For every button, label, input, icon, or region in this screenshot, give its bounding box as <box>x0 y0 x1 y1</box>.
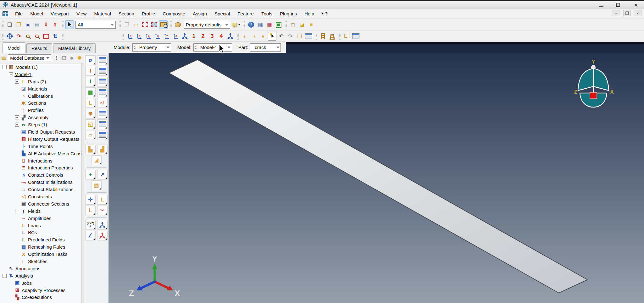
user-view-3-button[interactable]: 3 <box>208 32 216 41</box>
special-block-arrow-button[interactable]: ▟ <box>97 145 108 154</box>
render-hidden-line-button[interactable]: ◪ <box>298 20 306 29</box>
tree-item-assembly[interactable]: +▞Assembly <box>0 114 81 121</box>
menu-help[interactable]: Help <box>301 10 318 18</box>
module-spinner[interactable]: ▲▼ <box>133 44 137 51</box>
tree-item-annotations[interactable]: ↖Annotations <box>0 265 81 272</box>
toolbar-grip[interactable] <box>170 21 172 28</box>
csys-tripod-red-button[interactable] <box>97 231 108 240</box>
tree-item-steps-1[interactable]: +∾Steps (1) <box>0 121 81 128</box>
collapse-icon[interactable]: − <box>9 72 13 76</box>
menu-feature[interactable]: Feature <box>234 10 258 18</box>
pan-region-dashed-button[interactable] <box>150 20 158 29</box>
render-box-button[interactable]: ▱ <box>132 20 140 29</box>
edit-feature-button[interactable]: ✛ <box>85 195 96 205</box>
tree-item-history-output-requests[interactable]: ▥History Output Requests <box>0 135 81 143</box>
special-block-dots-button[interactable]: ▙ <box>85 145 96 154</box>
window-close-icon[interactable]: × <box>633 2 640 8</box>
tree-item-predefined-fields[interactable]: LPredefined Fields <box>0 236 81 243</box>
vertex-grid-tool-button[interactable]: ▦ <box>91 180 102 190</box>
stringer-manager-button[interactable] <box>97 130 108 140</box>
render-shaded-button[interactable]: ■ <box>307 20 315 29</box>
rebar-orientation-manager-button[interactable] <box>97 109 108 118</box>
beam-part-geometry[interactable] <box>109 53 644 303</box>
assign-beam-orientation-button[interactable]: L <box>85 98 96 108</box>
toolbar-grip[interactable] <box>62 21 64 28</box>
context-help-icon[interactable]: ? <box>321 11 328 16</box>
tree-item-interaction-properties[interactable]: ΞInteraction Properties <box>0 164 81 171</box>
paste-disabled-button[interactable]: ❒ <box>123 20 131 29</box>
zoom-box-view-button[interactable] <box>33 32 41 41</box>
rotate-view-button[interactable]: ↷ <box>14 32 23 41</box>
partition-face-button[interactable]: L <box>85 206 96 215</box>
apply-top-view-button[interactable]: Z <box>144 32 153 41</box>
model-combo[interactable]: ▲▼ Model-1 <box>193 43 232 52</box>
assign-section-button[interactable]: I <box>85 77 96 86</box>
apply-front-view-button[interactable]: X <box>126 32 134 41</box>
module-combo[interactable]: ▲▼ Property <box>132 43 171 52</box>
toolbar-grip[interactable] <box>286 21 287 28</box>
select-cursor-button[interactable] <box>65 20 74 29</box>
menu-viewport[interactable]: Viewport <box>47 10 73 18</box>
tree-item-contact-initializations[interactable]: ↝Contact Initializations <box>0 179 81 186</box>
toolbar-grip[interactable] <box>123 33 124 40</box>
cycle-views-button[interactable]: ⇅ <box>51 32 59 41</box>
expand-icon[interactable]: + <box>15 115 19 119</box>
apply-right-view-button[interactable]: Z <box>171 32 180 41</box>
dashed-cube-display-button[interactable]: ▩ <box>265 20 274 29</box>
color-cube-dropdown-button[interactable]: ▧ <box>232 20 241 29</box>
tree-context-chevron-icon[interactable] <box>45 57 50 59</box>
viewport-canvas[interactable]: Y X Z Y X Z <box>109 53 644 303</box>
toolbar-grip[interactable] <box>2 33 3 40</box>
mesh-cube-display-button[interactable]: ▦ <box>256 20 264 29</box>
tree-item-time-points[interactable]: ╟Time Points <box>0 143 81 150</box>
collapse-all-icon[interactable]: ❐ <box>61 54 67 62</box>
toolbar-grip[interactable] <box>316 33 317 40</box>
tree-item-constraints[interactable]: ◁Constraints <box>0 193 81 200</box>
create-composite-layup-button[interactable]: ▆ <box>85 87 96 97</box>
tree-scrollbar[interactable] <box>81 63 84 303</box>
window-minimize-icon[interactable] <box>599 4 603 7</box>
menu-file[interactable]: File <box>11 10 26 18</box>
create-skin-button[interactable]: ◱ <box>85 119 96 129</box>
copy-objects-button[interactable]: ❏ <box>295 32 304 41</box>
render-wireframe-button[interactable]: □ <box>289 20 297 29</box>
tree-item-sketches[interactable]: ∟Sketches <box>0 258 81 265</box>
tree-item-materials[interactable]: ◪Materials <box>0 85 81 92</box>
user-view-4-button[interactable]: 4 <box>217 32 225 41</box>
menu-assign[interactable]: Assign <box>189 10 211 18</box>
redo-button[interactable]: ↷ <box>286 32 295 41</box>
csys-tripod-blue-button[interactable] <box>97 220 108 230</box>
create-section-button[interactable]: I <box>85 66 96 76</box>
query-pick-button[interactable] <box>268 32 276 41</box>
section-manager-button[interactable] <box>97 66 108 76</box>
expand-icon[interactable]: + <box>15 123 19 127</box>
selection-filter-combo[interactable]: All <box>75 21 116 29</box>
tree-item-models-1[interactable]: −▥Models (1) <box>0 63 81 71</box>
query-information-button[interactable]: i <box>247 20 255 29</box>
assign-rebar-orientation-button[interactable]: ⊕ <box>85 109 96 118</box>
open-file-button[interactable]: ❐ <box>14 20 23 29</box>
menu-special[interactable]: Special <box>211 10 234 18</box>
view-cut-manager-dialog-button[interactable] <box>352 32 360 41</box>
tree-item-calibrations[interactable]: ◔Calibrations <box>0 92 81 100</box>
print-button[interactable]: ▤ <box>33 20 41 29</box>
part-chevron-icon[interactable] <box>275 44 280 51</box>
tree-item-fields[interactable]: +ƒFields <box>0 207 81 215</box>
color-code-palette-button[interactable] <box>174 20 182 29</box>
window-restore-icon[interactable] <box>616 3 620 7</box>
display-group-either-button[interactable]: ● <box>259 32 267 41</box>
new-model-database-button[interactable]: ❏ <box>5 20 14 29</box>
toolbar-grip[interactable] <box>119 21 121 28</box>
lightbulb-icon[interactable]: ✺ <box>76 54 83 62</box>
attach-database-download-button[interactable]: ⇓ <box>42 20 50 29</box>
tree-item-field-output-requests[interactable]: ▤Field Output Requests <box>0 128 81 135</box>
apply-iso-view-button[interactable] <box>180 32 189 41</box>
apply-bottom-view-button[interactable]: X <box>153 32 162 41</box>
tree-item-ale-adaptive-mesh-constra[interactable]: ▙ALE Adaptive Mesh Constra <box>0 150 81 157</box>
composite-layup-manager-button[interactable] <box>97 87 108 97</box>
view-compass[interactable]: Y X Z <box>574 59 614 111</box>
activate-view-cut-button[interactable]: L <box>342 32 351 41</box>
tree-item-parts-2[interactable]: +LParts (2) <box>0 78 81 85</box>
menu-tools[interactable]: Tools <box>258 10 276 18</box>
tree-item-sections[interactable]: ЖSections <box>0 99 81 107</box>
